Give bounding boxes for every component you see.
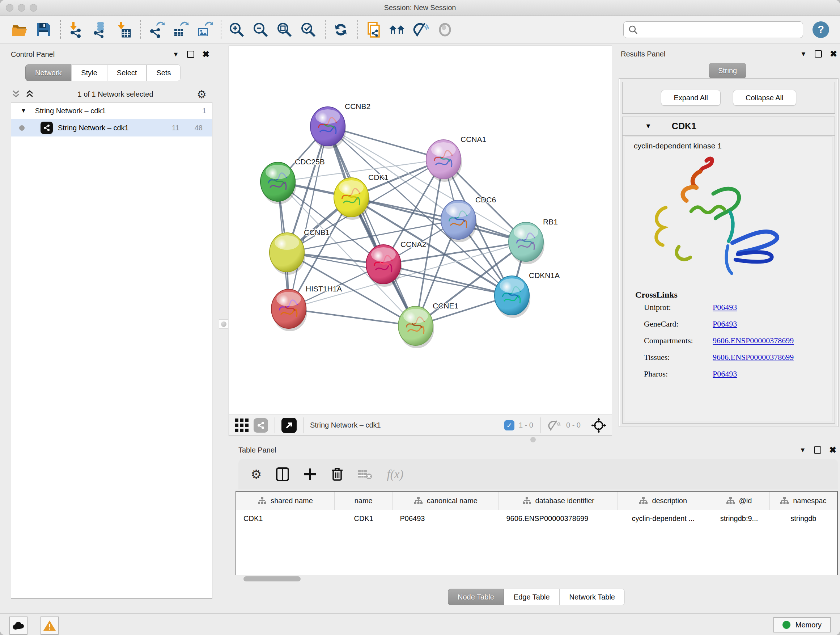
delete-column-icon[interactable] — [331, 467, 343, 481]
export-table-icon[interactable] — [171, 20, 189, 39]
add-column-icon[interactable] — [303, 468, 317, 481]
tab-style[interactable]: Style — [71, 65, 107, 81]
network-graph[interactable]: CCNB2CCNA1CDC25BCDK1CDC6RB1CCNB1CCNA2CDK… — [229, 46, 612, 415]
column-header[interactable]: canonical name — [393, 492, 499, 510]
network-node-cdc25b[interactable] — [261, 162, 296, 204]
first-neighbors-icon[interactable] — [388, 20, 407, 39]
network-node-ccnb1[interactable] — [270, 233, 305, 275]
network-node-ccnb2[interactable] — [310, 107, 346, 149]
panel-menu-icon[interactable]: ▼ — [172, 51, 179, 58]
tab-network[interactable]: Network — [25, 65, 71, 81]
memory-button[interactable]: Memory — [774, 617, 831, 632]
open-session-icon[interactable] — [10, 20, 29, 39]
minimize-window-button[interactable] — [18, 4, 25, 11]
zoom-in-icon[interactable] — [227, 20, 246, 39]
zoom-window-button[interactable] — [30, 4, 37, 11]
close-panel-icon[interactable]: ✖ — [830, 50, 837, 57]
column-header[interactable]: description — [618, 492, 708, 510]
close-window-button[interactable] — [6, 4, 13, 11]
bottom-splitter-handle[interactable] — [531, 437, 536, 442]
hidden-eye-icon[interactable] — [548, 420, 562, 431]
collapse-all-button[interactable]: Collapse All — [733, 90, 796, 106]
close-panel-icon[interactable]: ✖ — [202, 51, 210, 58]
gene-section-header[interactable]: ▼ CDK1 — [622, 117, 835, 136]
network-node-rb1[interactable] — [508, 222, 545, 264]
table-cell[interactable]: 9606.ENSP00000378699 — [499, 510, 618, 527]
column-header[interactable]: @id — [708, 492, 769, 510]
tab-string[interactable]: String — [709, 63, 746, 78]
column-header[interactable]: database identifier — [499, 492, 618, 510]
export-network-icon[interactable] — [147, 20, 166, 39]
tab-select[interactable]: Select — [107, 65, 147, 81]
network-node-ccne1[interactable] — [398, 306, 434, 348]
grid-view-icon[interactable] — [234, 418, 249, 433]
zoom-out-icon[interactable] — [251, 20, 270, 39]
float-panel-icon[interactable] — [187, 51, 194, 58]
network-node-ccna1[interactable] — [426, 140, 462, 182]
import-network-file-icon[interactable] — [66, 20, 85, 39]
birdseye-view-icon[interactable] — [281, 418, 297, 433]
column-header[interactable]: shared name — [236, 492, 335, 510]
scrollbar-thumb[interactable] — [243, 576, 301, 581]
network-options-gear-icon[interactable]: ⚙ — [197, 88, 207, 101]
network-collection-row[interactable]: ▼ String Network – cdk1 1 — [11, 103, 212, 119]
tab-sets[interactable]: Sets — [147, 65, 180, 81]
network-node-ccna2[interactable] — [366, 245, 402, 287]
crosslink-link[interactable]: 9606.ENSP00000378699 — [713, 353, 794, 362]
selected-checkbox-icon[interactable]: ✓ — [504, 420, 515, 431]
panel-menu-icon[interactable]: ▼ — [799, 447, 806, 454]
table-options-gear-icon[interactable]: ⚙ — [251, 467, 262, 481]
zoom-selected-icon[interactable] — [299, 20, 317, 39]
network-node-hist1h1a[interactable] — [271, 289, 307, 331]
zoom-fit-icon[interactable] — [275, 20, 294, 39]
column-header[interactable]: namespac — [770, 492, 837, 510]
table-row[interactable]: CDK1CDK1P064939606.ENSP00000378699cyclin… — [236, 510, 837, 527]
network-node-cdk1[interactable] — [334, 178, 370, 220]
import-table-file-icon[interactable] — [114, 20, 133, 39]
search-input[interactable] — [638, 26, 783, 34]
crosslink-link[interactable]: P06493 — [713, 369, 737, 379]
float-panel-icon[interactable] — [814, 447, 821, 454]
tab-node-table[interactable]: Node Table — [448, 589, 504, 605]
node-table[interactable]: shared namenamecanonical namedatabase id… — [235, 491, 838, 575]
table-cell[interactable]: CDK1 — [335, 510, 393, 527]
float-panel-icon[interactable] — [815, 50, 822, 57]
collapse-all-icon[interactable] — [11, 89, 20, 99]
table-cell[interactable]: cyclin-dependent ... — [618, 510, 708, 527]
network-node-cdkn1a[interactable] — [494, 276, 531, 318]
gene-collapse-icon[interactable]: ▼ — [645, 122, 652, 130]
export-image-icon[interactable] — [195, 20, 213, 39]
crosslink-link[interactable]: 9606.ENSP00000378699 — [713, 336, 794, 345]
table-cell[interactable]: stringdb:9... — [708, 510, 769, 527]
expand-all-icon[interactable] — [25, 89, 34, 99]
crosslink-link[interactable]: P06493 — [713, 302, 737, 312]
tab-edge-table[interactable]: Edge Table — [504, 589, 560, 605]
save-session-icon[interactable] — [34, 20, 53, 39]
crosslink-link[interactable]: P06493 — [713, 319, 737, 329]
network-view[interactable]: CCNB2CCNA1CDC25BCDK1CDC6RB1CCNB1CCNA2CDK… — [229, 46, 612, 436]
network-share-icon[interactable] — [254, 418, 268, 432]
help-button[interactable]: ? — [813, 21, 829, 38]
close-panel-icon[interactable]: ✖ — [829, 447, 836, 454]
show-columns-icon[interactable] — [276, 467, 289, 481]
table-cell[interactable]: P06493 — [393, 510, 499, 527]
panel-menu-icon[interactable]: ▼ — [800, 50, 807, 58]
collection-expand-icon[interactable]: ▼ — [21, 108, 27, 114]
pan-crosshair-icon[interactable] — [591, 417, 607, 433]
table-cell[interactable]: CDK1 — [236, 510, 335, 527]
tab-network-table[interactable]: Network Table — [560, 589, 625, 605]
new-network-from-selection-icon[interactable] — [364, 20, 383, 39]
expand-all-button[interactable]: Expand All — [661, 90, 721, 106]
table-hscrollbar[interactable] — [235, 575, 838, 583]
search-box[interactable] — [623, 21, 803, 38]
network-row-selected[interactable]: String Network – cdk1 11 48 — [11, 119, 212, 136]
warnings-button[interactable] — [41, 616, 58, 635]
hide-selected-icon[interactable] — [412, 20, 431, 39]
import-network-database-icon[interactable] — [90, 20, 109, 39]
left-splitter-handle[interactable] — [219, 319, 228, 329]
column-header[interactable]: name — [335, 492, 393, 510]
cloud-status-button[interactable] — [9, 616, 27, 635]
table-cell[interactable]: stringdb — [770, 510, 837, 527]
network-canvas[interactable]: CCNB2CCNA1CDC25BCDK1CDC6RB1CCNB1CCNA2CDK… — [229, 46, 612, 415]
apply-layout-icon[interactable] — [332, 20, 350, 39]
